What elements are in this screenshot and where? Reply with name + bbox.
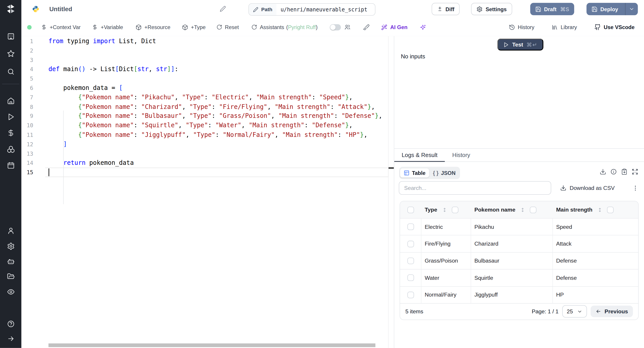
assistants-button[interactable]: Assistants (Pyright Ruff) [251, 24, 318, 30]
row-checkbox[interactable] [407, 275, 414, 281]
row-checkbox[interactable] [407, 241, 414, 247]
expand-icon[interactable] [632, 168, 638, 175]
tab-history[interactable]: History [445, 148, 478, 162]
search-icon[interactable] [0, 65, 22, 78]
code-line[interactable]: pokemon_data = [ [48, 84, 388, 93]
ai-gen-button[interactable]: AI Gen [381, 24, 408, 30]
use-vscode-label: Use VScode [604, 24, 634, 30]
format-brush-icon[interactable] [363, 24, 370, 30]
folders-icon[interactable] [0, 270, 22, 283]
code-line[interactable]: {"Pokemon name": "Pikachu", "Type": "Ele… [48, 93, 388, 102]
row-checkbox[interactable] [407, 224, 414, 230]
deploy-button[interactable]: Deploy [586, 3, 638, 15]
table-menu-kebab[interactable] [632, 185, 639, 191]
row-checkbox[interactable] [407, 258, 414, 264]
schedules-calendar-icon[interactable] [0, 158, 22, 172]
test-button[interactable]: Test ⌘↵ [497, 39, 543, 50]
sparkles-icon[interactable] [420, 24, 426, 30]
code-line[interactable]: def main() -> List[Dict[str, str]]: [48, 65, 388, 74]
variables-dollar-icon[interactable] [0, 126, 22, 139]
sort-icon[interactable] [520, 207, 525, 213]
pencil-icon [253, 7, 258, 12]
path-field[interactable]: Path u/henri/maneuverable_script [248, 3, 376, 16]
settings-button[interactable]: Settings [471, 3, 512, 15]
column-header-main-strength[interactable]: Main strength [553, 206, 638, 213]
line-number: 4 [22, 65, 46, 74]
horizontal-scrollbar[interactable] [48, 344, 376, 347]
column-header-type[interactable]: Type [421, 206, 471, 213]
windmill-logo-icon[interactable] [5, 3, 16, 15]
resources-boxes-icon[interactable] [0, 142, 22, 156]
code-line[interactable]: {"Pokemon name": "Jigglypuff", "Type": "… [48, 130, 388, 140]
github-cat-icon [594, 24, 600, 30]
previous-page-button[interactable]: Previous [590, 306, 633, 317]
multiplayer-users-icon[interactable] [344, 24, 351, 30]
code-line[interactable]: from typing import List, Dict [48, 36, 388, 46]
download-result-icon[interactable] [600, 168, 606, 175]
code-line[interactable] [48, 55, 388, 65]
column-header-pokemon-name[interactable]: Pokemon name [471, 206, 553, 213]
draft-button[interactable]: Draft ⌘S [530, 3, 574, 15]
path-label-segment: Path [249, 4, 276, 15]
search-input[interactable] [404, 184, 547, 192]
column-filter-box[interactable] [607, 206, 613, 213]
code-line[interactable] [48, 149, 388, 158]
test-label: Test [512, 42, 523, 48]
info-icon[interactable] [610, 168, 617, 175]
search-box[interactable] [399, 181, 551, 195]
favorites-star-icon[interactable] [0, 47, 22, 60]
sort-icon[interactable] [597, 207, 602, 213]
code-line[interactable] [48, 168, 388, 177]
column-filter-box[interactable] [452, 206, 458, 213]
column-filter-box[interactable] [530, 206, 536, 213]
workspace-icon[interactable] [0, 30, 22, 43]
code-line[interactable]: return pokemon_data [48, 158, 388, 168]
code-line[interactable]: {"Pokemon name": "Charizard", "Type": "F… [48, 102, 388, 112]
settings-gear-icon[interactable] [0, 240, 22, 253]
code-line[interactable]: {"Pokemon name": "Squirtle", "Type": "Wa… [48, 121, 388, 130]
view-toggle: Table { } JSON [399, 167, 460, 179]
add-variable-button[interactable]: +Variable [92, 24, 123, 30]
play-icon [503, 42, 509, 48]
code-editor[interactable]: 123456789101112131415 from typing import… [22, 36, 394, 348]
table-cell: Water [421, 270, 471, 286]
code-line[interactable]: ] [48, 140, 388, 149]
row-checkbox[interactable] [407, 292, 414, 298]
users-icon[interactable] [0, 224, 22, 237]
select-all-checkbox[interactable] [408, 206, 414, 213]
add-context-var-button[interactable]: +Context Var [41, 24, 81, 30]
code-line[interactable] [48, 74, 388, 84]
editor-code[interactable]: from typing import List, Dictdef main() … [48, 36, 388, 177]
help-icon[interactable] [0, 317, 22, 330]
diff-button[interactable]: Diff [432, 3, 460, 15]
reset-button[interactable]: Reset [216, 24, 239, 30]
table-cell: Electric [421, 218, 471, 235]
line-number: 10 [22, 121, 46, 130]
table-cell: Grass/Poison [421, 252, 471, 269]
view-json-button[interactable]: { } JSON [429, 168, 459, 177]
tab-logs-result[interactable]: Logs & Result [394, 148, 445, 162]
library-button[interactable]: Library [552, 24, 577, 30]
rename-pencil-icon[interactable] [220, 6, 226, 12]
sort-icon[interactable] [442, 207, 447, 213]
home-icon[interactable] [0, 94, 22, 107]
download-csv-button[interactable]: Download as CSV [560, 185, 614, 191]
code-line[interactable]: {"Pokemon name": "Bulbasaur", "Type": "G… [48, 112, 388, 121]
copy-clipboard-icon[interactable] [621, 168, 628, 175]
runs-play-icon[interactable] [0, 110, 22, 123]
page-size-select[interactable]: 25 [562, 306, 587, 318]
audit-logs-eye-icon[interactable] [0, 285, 22, 298]
workers-bot-icon[interactable] [0, 255, 22, 268]
multiplayer-toggle[interactable] [330, 24, 341, 30]
add-type-button[interactable]: +Type [182, 24, 206, 30]
path-value[interactable]: u/henri/maneuverable_script [276, 4, 372, 15]
expand-sidebar-arrow-icon[interactable] [0, 332, 22, 345]
code-line[interactable] [48, 46, 388, 55]
use-vscode-button[interactable]: Use VScode [594, 24, 634, 30]
table-cell: Fire/Flying [421, 236, 471, 252]
view-table-button[interactable]: Table [400, 168, 429, 177]
add-resource-button[interactable]: +Resource [135, 24, 170, 30]
deploy-dropdown[interactable] [625, 3, 638, 15]
history-button[interactable]: History [509, 24, 534, 30]
assistants-detail: (Pyright Ruff) [286, 24, 318, 30]
